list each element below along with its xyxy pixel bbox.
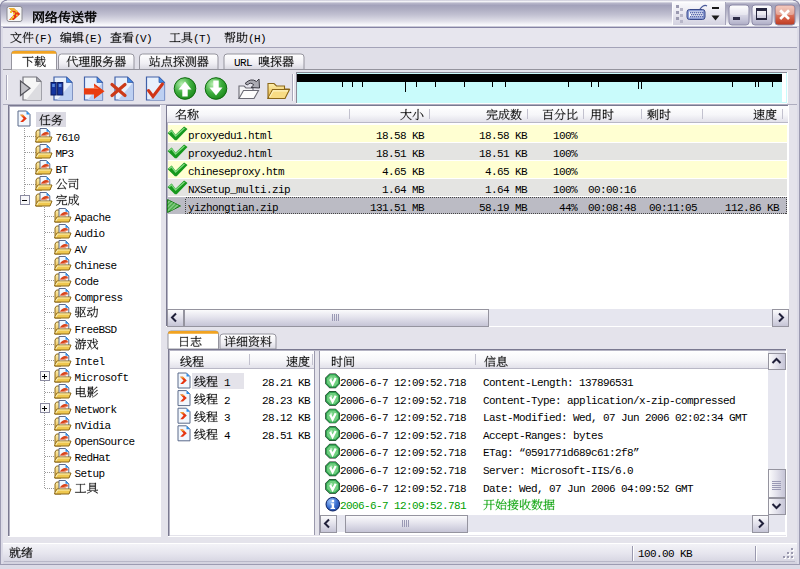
svg-text:131.51 MB: 131.51 MB bbox=[370, 202, 425, 214]
svg-text:2006-6-7 12:09:52.718: 2006-6-7 12:09:52.718 bbox=[340, 465, 466, 477]
svg-text:Code: Code bbox=[75, 276, 99, 288]
svg-text:URL: URL bbox=[234, 57, 258, 69]
svg-text:00:08:48: 00:08:48 bbox=[588, 202, 636, 214]
svg-text:RedHat: RedHat bbox=[75, 452, 111, 464]
svg-text:18.51 KB: 18.51 KB bbox=[376, 148, 425, 160]
svg-text:(E): (E) bbox=[84, 33, 102, 45]
svg-text:NXSetup_multi.zip: NXSetup_multi.zip bbox=[188, 184, 290, 196]
svg-text:Server: Microsoft-IIS/6.0: Server: Microsoft-IIS/6.0 bbox=[483, 465, 633, 477]
svg-text:1: 1 bbox=[218, 377, 231, 389]
svg-text:yizhongtian.zip: yizhongtian.zip bbox=[188, 202, 278, 214]
svg-text:4.65 KB: 4.65 KB bbox=[382, 166, 425, 178]
svg-text:Date: Wed, 07 Jun 2006 04:09:5: Date: Wed, 07 Jun 2006 04:09:52 GMT bbox=[483, 483, 694, 495]
svg-text:18.58 KB: 18.58 KB bbox=[376, 130, 425, 142]
svg-text:2006-6-7 12:09:52.718: 2006-6-7 12:09:52.718 bbox=[340, 483, 466, 495]
svg-text:100.00 KB: 100.00 KB bbox=[638, 548, 693, 560]
svg-text:proxyedu2.html: proxyedu2.html bbox=[188, 148, 272, 160]
svg-text:nVidia: nVidia bbox=[75, 420, 112, 432]
svg-text:proxyedu1.html: proxyedu1.html bbox=[188, 130, 272, 142]
svg-text:Intel: Intel bbox=[75, 356, 105, 368]
svg-text:Last-Modified: Wed, 07 Jun 200: Last-Modified: Wed, 07 Jun 2006 02:02:34… bbox=[483, 412, 748, 424]
svg-text:Accept-Ranges: bytes: Accept-Ranges: bytes bbox=[483, 430, 603, 442]
svg-text:Compress: Compress bbox=[75, 292, 123, 304]
svg-text:100%: 100% bbox=[553, 184, 578, 196]
svg-text:44%: 44% bbox=[559, 202, 578, 214]
svg-text:chineseproxy.htm: chineseproxy.htm bbox=[188, 166, 285, 178]
svg-text:3: 3 bbox=[218, 412, 230, 424]
svg-text:Audio: Audio bbox=[75, 228, 105, 240]
svg-text:00:11:05: 00:11:05 bbox=[649, 202, 697, 214]
svg-text:ETag: “0591771d689c61:2f8”: ETag: “0591771d689c61:2f8” bbox=[483, 447, 639, 459]
svg-text:1.64 MB: 1.64 MB bbox=[485, 184, 528, 196]
svg-text:2006-6-7 12:09:52.781: 2006-6-7 12:09:52.781 bbox=[340, 500, 467, 512]
svg-text:28.21 KB: 28.21 KB bbox=[262, 377, 311, 389]
svg-text:100%: 100% bbox=[553, 130, 578, 142]
svg-text:Network: Network bbox=[75, 404, 118, 416]
svg-text:Setup: Setup bbox=[75, 468, 105, 480]
svg-text:FreeBSD: FreeBSD bbox=[75, 324, 118, 336]
svg-text:28.12 KB: 28.12 KB bbox=[262, 412, 311, 424]
svg-text:MP3: MP3 bbox=[56, 148, 74, 160]
svg-text:28.51 KB: 28.51 KB bbox=[262, 430, 311, 442]
svg-text:4.65 KB: 4.65 KB bbox=[485, 166, 528, 178]
svg-text:18.51 KB: 18.51 KB bbox=[479, 148, 528, 160]
svg-text:BT: BT bbox=[56, 164, 69, 176]
svg-text:(F): (F) bbox=[34, 33, 52, 45]
svg-text:112.86 KB: 112.86 KB bbox=[725, 202, 780, 214]
svg-text:28.23 KB: 28.23 KB bbox=[262, 395, 311, 407]
svg-text:Chinese: Chinese bbox=[75, 260, 117, 272]
svg-text:2006-6-7 12:09:52.718: 2006-6-7 12:09:52.718 bbox=[340, 395, 466, 407]
svg-text:Apache: Apache bbox=[75, 212, 111, 224]
svg-text:100%: 100% bbox=[553, 166, 578, 178]
svg-text:AV: AV bbox=[75, 244, 88, 256]
svg-text:2006-6-7 12:09:52.718: 2006-6-7 12:09:52.718 bbox=[340, 447, 466, 459]
svg-text:18.58 KB: 18.58 KB bbox=[479, 130, 528, 142]
svg-text:58.19 MB: 58.19 MB bbox=[479, 202, 528, 214]
svg-text:OpenSource: OpenSource bbox=[75, 436, 135, 448]
svg-text:1.64 MB: 1.64 MB bbox=[382, 184, 425, 196]
svg-text:(V): (V) bbox=[134, 33, 152, 45]
svg-text:Content-Type: application/x-zi: Content-Type: application/x-zip-compress… bbox=[483, 395, 735, 407]
svg-text:Content-Length: 137896531: Content-Length: 137896531 bbox=[483, 377, 634, 389]
svg-text:100%: 100% bbox=[553, 148, 578, 160]
svg-text:4: 4 bbox=[218, 430, 231, 442]
svg-text:2006-6-7 12:09:52.718: 2006-6-7 12:09:52.718 bbox=[340, 430, 466, 442]
svg-text:(T): (T) bbox=[193, 33, 211, 45]
svg-text:2: 2 bbox=[218, 395, 230, 407]
svg-text:00:00:16: 00:00:16 bbox=[588, 184, 636, 196]
svg-text:2006-6-7 12:09:52.718: 2006-6-7 12:09:52.718 bbox=[340, 412, 466, 424]
svg-text:(H): (H) bbox=[248, 33, 266, 45]
svg-text:Microsoft: Microsoft bbox=[75, 372, 129, 384]
svg-text:2006-6-7 12:09:52.718: 2006-6-7 12:09:52.718 bbox=[340, 377, 466, 389]
svg-text:7610: 7610 bbox=[56, 132, 80, 144]
